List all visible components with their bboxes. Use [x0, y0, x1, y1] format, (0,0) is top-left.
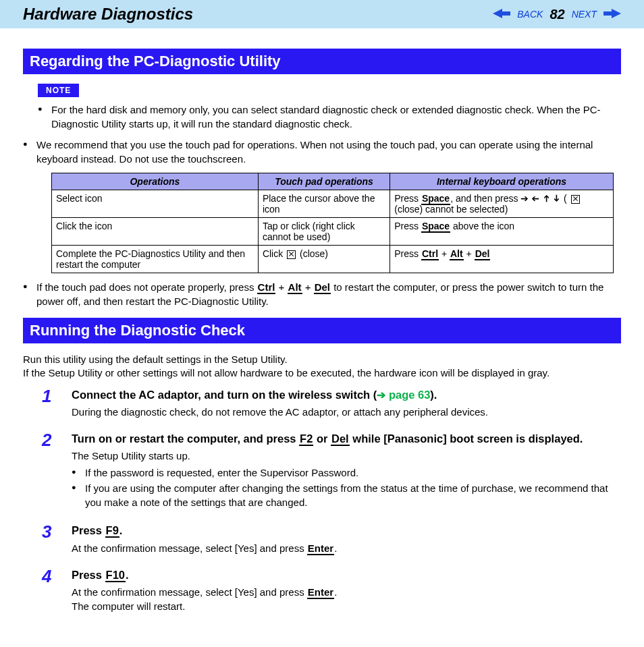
- th-keyboard: Internal keyboard operations: [390, 173, 614, 190]
- key-alt: Alt: [288, 281, 302, 294]
- td: Tap or click (right click cannot be used…: [258, 218, 390, 246]
- key-enter: Enter: [307, 542, 334, 555]
- td: Select icon: [52, 190, 259, 218]
- svg-marker-1: [603, 9, 621, 18]
- step-1: 1 Connect the AC adaptor, and turn on th…: [42, 387, 621, 420]
- table-row: Select icon Place the cursor above the i…: [52, 190, 614, 218]
- operations-table: Operations Touch pad operations Internal…: [51, 173, 614, 273]
- step-list: 1 Connect the AC adaptor, and turn on th…: [42, 387, 621, 613]
- arrow-right-icon: ➔: [520, 193, 529, 204]
- section-header-running: Running the Diagnostic Check: [23, 318, 621, 343]
- page-number: 82: [549, 7, 564, 22]
- step-text: At the confirmation message, select [Yes…: [72, 541, 621, 555]
- back-arrow-icon[interactable]: [493, 7, 510, 22]
- td: Click (close): [258, 246, 390, 273]
- arrow-down-icon: ➔: [552, 194, 562, 202]
- td: Complete the PC-Diagnostics Utility and …: [52, 246, 259, 273]
- key-ctrl: Ctrl: [421, 248, 439, 260]
- bullet-touchpad: We recommend that you use the touch pad …: [23, 138, 621, 166]
- key-del: Del: [314, 281, 331, 294]
- back-link[interactable]: BACK: [517, 9, 543, 20]
- key-f9: F9: [105, 524, 119, 538]
- step-text: During the diagnostic check, do not remo…: [72, 405, 621, 419]
- td: Place the cursor above the icon: [258, 190, 390, 218]
- step-3: 3 Press F9. At the confirmation message,…: [42, 523, 621, 555]
- note-bullet: For the hard disk and memory only, you c…: [38, 103, 621, 131]
- step-text: The Setup Utility starts up. If the pass…: [72, 449, 621, 509]
- step-number: 2: [42, 431, 72, 511]
- page-title: Hardware Diagnostics: [23, 5, 193, 24]
- step-title: Press F9.: [72, 523, 621, 538]
- td: Press Space above the icon: [390, 218, 614, 246]
- close-icon: [287, 250, 296, 259]
- page-content: Regarding the PC-Diagnostic Utility NOTE…: [0, 28, 644, 646]
- th-touchpad: Touch pad operations: [258, 173, 390, 190]
- key-alt: Alt: [450, 248, 464, 260]
- next-link[interactable]: NEXT: [572, 9, 597, 20]
- step-title: Press F10.: [72, 567, 621, 582]
- step-number: 1: [42, 387, 72, 420]
- list-item: If you are using the computer after chan…: [72, 481, 621, 509]
- intro-text: Run this utility using the default setti…: [23, 353, 621, 381]
- key-enter: Enter: [307, 586, 334, 599]
- close-icon: [571, 195, 580, 204]
- key-f10: F10: [105, 569, 126, 582]
- step-4: 4 Press F10. At the confirmation message…: [42, 567, 621, 613]
- step-number: 3: [42, 523, 72, 555]
- td: Click the icon: [52, 218, 259, 246]
- step-2: 2 Turn on or restart the computer, and p…: [42, 431, 621, 511]
- list-item: If the password is requested, enter the …: [72, 466, 621, 480]
- step-number: 4: [42, 567, 72, 613]
- arrow-right-icon: ➔: [377, 389, 385, 401]
- key-space: Space: [421, 221, 450, 233]
- next-arrow-icon[interactable]: [603, 7, 621, 22]
- th-operations: Operations: [52, 173, 259, 190]
- page-link[interactable]: ➔ page 63: [377, 389, 430, 401]
- table-row: Complete the PC-Diagnostics Utility and …: [52, 246, 614, 273]
- arrow-left-icon: ➔: [531, 193, 539, 204]
- td: Press Ctrl + Alt + Del: [390, 246, 614, 273]
- section-header-regarding: Regarding the PC-Diagnostic Utility: [23, 49, 621, 74]
- key-f2: F2: [299, 432, 313, 446]
- step-text: At the confirmation message, select [Yes…: [72, 585, 621, 613]
- td: Press Space, and then press ➔ ➔ ➔ ➔ ( (c…: [390, 190, 614, 218]
- step-title: Turn on or restart the computer, and pre…: [72, 431, 621, 446]
- note-label: NOTE: [38, 84, 79, 97]
- key-ctrl: Ctrl: [257, 281, 276, 294]
- arrow-up-icon: ➔: [541, 194, 552, 202]
- page-nav: BACK 82 NEXT: [493, 0, 621, 28]
- bullet-list-after: If the touch pad does not operate proper…: [23, 280, 621, 308]
- top-bar: Hardware Diagnostics BACK 82 NEXT: [0, 0, 644, 28]
- bullet-restart: If the touch pad does not operate proper…: [23, 280, 621, 308]
- note-list: For the hard disk and memory only, you c…: [23, 103, 621, 131]
- key-del: Del: [475, 248, 491, 260]
- step-title: Connect the AC adaptor, and turn on the …: [72, 387, 621, 403]
- table-row: Click the icon Tap or click (right click…: [52, 218, 614, 246]
- key-del: Del: [331, 432, 350, 446]
- svg-marker-0: [493, 9, 510, 18]
- bullet-list: We recommend that you use the touch pad …: [23, 138, 621, 166]
